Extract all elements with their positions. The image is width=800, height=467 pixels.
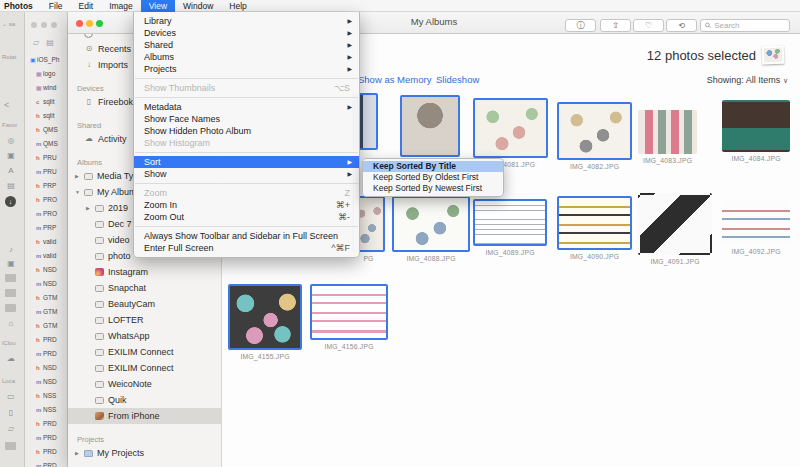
xcode-file-row[interactable]: hNSD — [25, 361, 67, 375]
xcode-file-row[interactable]: mPRD — [25, 347, 67, 361]
xcode-file-row[interactable]: ▣iOS_Ph — [25, 53, 67, 67]
xcode-file-row[interactable]: mNSD — [25, 277, 67, 291]
keyboard-icon[interactable]: ▤ — [4, 181, 18, 190]
back-chevron-icon[interactable]: < — [4, 100, 9, 110]
sidebar-item-from-iphone[interactable]: From iPhone — [68, 408, 221, 424]
rotate-button[interactable]: ⟲ — [666, 19, 697, 32]
xcode-file-row[interactable]: hNSD — [25, 263, 67, 277]
photo-img_4083-jpg[interactable]: IMG_4083.JPG — [638, 110, 697, 164]
xcode-file-row[interactable]: hPRU — [25, 151, 67, 165]
photo-thumbnail[interactable] — [638, 110, 697, 154]
photo-thumbnail[interactable] — [392, 196, 470, 252]
downloads-icon[interactable]: ↓ — [5, 196, 16, 207]
icloud-icon[interactable]: ☁ — [4, 354, 18, 363]
sidebar-item-whatsapp[interactable]: WhatsApp — [68, 328, 221, 344]
menubar-item-file[interactable]: File — [41, 0, 71, 12]
menubar-item-edit[interactable]: Edit — [71, 0, 102, 12]
show-as-memory-link[interactable]: Show as Memory — [358, 74, 431, 85]
app-store-icon[interactable]: A — [4, 166, 18, 175]
photo-thumbnail[interactable] — [557, 196, 632, 250]
menu-item-metadata[interactable]: Metadata▶ — [134, 101, 359, 113]
disk-icon[interactable]: ▱ — [4, 424, 18, 433]
xcode-file-row[interactable]: hPRD — [25, 417, 67, 431]
photo-img_4089-jpg[interactable]: IMG_4089.JPG — [473, 199, 547, 256]
folder-icon[interactable] — [5, 289, 16, 297]
xcode-file-row[interactable]: csqlit — [25, 95, 67, 109]
menubar-item-image[interactable]: Image — [101, 0, 141, 12]
menubar-item-photos[interactable]: Photos — [0, 0, 41, 12]
menu-item-show-hidden-photo-album[interactable]: Show Hidden Photo Album — [134, 125, 359, 137]
photo-thumbnail[interactable] — [722, 200, 790, 245]
xcode-grid-tab-icon[interactable]: ▤ — [46, 38, 54, 47]
search-field[interactable] — [700, 19, 790, 32]
xcode-file-row[interactable]: hPRD — [25, 333, 67, 347]
menu-item-show-face-names[interactable]: Show Face Names — [134, 113, 359, 125]
menu-item-devices[interactable]: Devices▶ — [134, 27, 359, 39]
menu-item-projects[interactable]: Projects▶ — [134, 63, 359, 75]
xcode-file-row[interactable]: hGTM — [25, 291, 67, 305]
display-icon[interactable]: ▭ — [4, 392, 18, 401]
photo-img_4088-jpg[interactable]: IMG_4088.JPG — [392, 196, 470, 262]
sidebar-item-weiconote[interactable]: WeicoNote — [68, 376, 221, 392]
disclosure-triangle[interactable]: ▼ — [75, 184, 80, 200]
xcode-file-row[interactable]: mGTM — [25, 305, 67, 319]
xcode-file-row[interactable]: mvalid — [25, 249, 67, 263]
sidebar-item-exilim-connect[interactable]: EXILIM Connect — [68, 344, 221, 360]
photo-img_4082-jpg[interactable]: IMG_4082.JPG — [557, 102, 632, 170]
submenu-item-keep-sorted-by-newest-first[interactable]: Keep Sorted By Newest First — [363, 183, 503, 194]
photo-thumbnail[interactable] — [228, 284, 302, 350]
info-button[interactable]: ⓘ — [565, 19, 596, 32]
photo-thumbnail[interactable] — [473, 199, 547, 246]
xcode-file-row[interactable]: ▦wind — [25, 81, 67, 95]
sidebar-item-instagram[interactable]: Instagram — [68, 264, 221, 280]
sidebar-item-my-projects[interactable]: ▶My Projects — [68, 445, 221, 461]
photo-img_4156-jpg[interactable]: IMG_4156.JPG — [310, 284, 388, 350]
photo-thumbnail[interactable] — [473, 98, 548, 158]
home-icon[interactable]: ⌂ — [4, 319, 18, 328]
photo-thumbnail[interactable] — [557, 102, 632, 160]
xcode-folder-tab-icon[interactable]: ▱ — [33, 38, 39, 47]
xcode-file-row[interactable]: mNSS — [25, 403, 67, 417]
xcode-file-row[interactable]: mPRO — [25, 207, 67, 221]
disclosure-triangle[interactable]: ▶ — [75, 168, 79, 184]
photo-img_4155-jpg[interactable]: IMG_4155.JPG — [228, 284, 302, 360]
menu-item-show[interactable]: Show▶ — [134, 168, 359, 180]
favorite-button[interactable]: ♡ — [633, 19, 664, 32]
xcode-file-row[interactable]: hGTM — [25, 319, 67, 333]
menu-item-library[interactable]: Library▶ — [134, 15, 359, 27]
menu-item-zoom-out[interactable]: Zoom Out⌘- — [134, 211, 359, 223]
search-input[interactable] — [714, 21, 785, 30]
folder-icon[interactable] — [5, 304, 16, 312]
slideshow-link[interactable]: Slideshow — [436, 74, 479, 85]
camera-icon[interactable]: ▣ — [4, 259, 18, 268]
xcode-file-row[interactable]: mNSD — [25, 375, 67, 389]
photo-img_4090-jpg[interactable]: IMG_4090.JPG — [557, 196, 632, 260]
xcode-file-row[interactable]: hPRP — [25, 179, 67, 193]
xcode-file-row[interactable]: mPRD — [25, 459, 67, 467]
photo-thumbnail[interactable] — [400, 95, 460, 157]
sidebar-item-snapchat[interactable]: Snapchat — [68, 280, 221, 296]
xcode-file-row[interactable]: hNSS — [25, 389, 67, 403]
photo-img_4091-jpg[interactable]: IMG_4091.JPG — [638, 193, 712, 265]
sidebar-item-exilim-connect[interactable]: EXILIM Connect — [68, 360, 221, 376]
menubar-item-help[interactable]: Help — [221, 0, 254, 12]
photo-img_4084-jpg[interactable]: IMG_4084.JPG — [722, 100, 790, 162]
xcode-file-row[interactable]: mPRP — [25, 221, 67, 235]
xcode-file-row[interactable]: ▦logo — [25, 67, 67, 81]
folder-icon[interactable] — [5, 442, 16, 450]
sidebar-item-lofter[interactable]: LOFTER — [68, 312, 221, 328]
menu-item-albums[interactable]: Albums▶ — [134, 51, 359, 63]
share-button[interactable]: ⇧ — [600, 19, 631, 32]
applications-icon[interactable]: ▣ — [4, 151, 18, 160]
photo-partial[interactable] — [400, 95, 460, 160]
music-icon[interactable]: ♪ — [4, 245, 18, 254]
xcode-file-row[interactable]: hPRD — [25, 445, 67, 459]
sidebar-item-beautycam[interactable]: BeautyCam — [68, 296, 221, 312]
xcode-file-row[interactable]: hsqlit — [25, 109, 67, 123]
disclosure-triangle[interactable]: ▶ — [86, 200, 90, 216]
submenu-item-keep-sorted-by-oldest-first[interactable]: Keep Sorted By Oldest First — [363, 172, 503, 183]
xcode-file-row[interactable]: mPRU — [25, 165, 67, 179]
menu-item-enter-full-screen[interactable]: Enter Full Screen^⌘F — [134, 242, 359, 254]
menu-item-sort[interactable]: Sort▶ — [134, 156, 359, 168]
photo-thumbnail[interactable] — [722, 100, 790, 152]
